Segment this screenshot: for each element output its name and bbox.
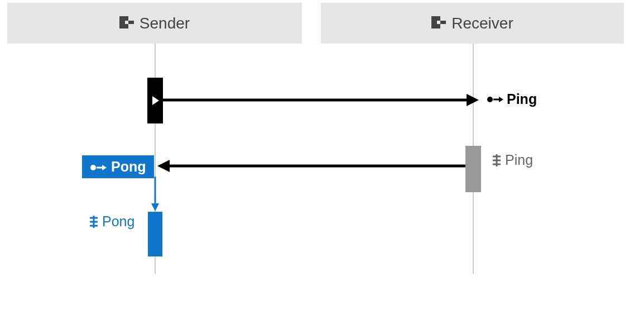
svg-marker-20 — [102, 165, 107, 170]
participant-label: Receiver — [451, 15, 513, 32]
self-arrow-pong — [150, 177, 161, 212]
activation-receiver-ping — [465, 146, 481, 192]
activation-sender-start — [147, 78, 163, 123]
svg-marker-17 — [157, 160, 170, 172]
stack-icon — [89, 216, 99, 228]
svg-rect-5 — [440, 21, 446, 24]
participant-icon — [119, 16, 134, 31]
participant-icon — [431, 16, 446, 31]
bullet-arrow-icon — [90, 159, 107, 175]
svg-marker-8 — [467, 94, 479, 106]
participant-label: Sender — [140, 15, 190, 32]
svg-marker-22 — [151, 203, 159, 211]
activation-sender-pong — [148, 212, 162, 256]
svg-point-9 — [487, 97, 493, 102]
svg-marker-6 — [152, 96, 159, 105]
svg-marker-11 — [499, 97, 503, 102]
handler-label-ping: Ping — [492, 152, 533, 168]
handler-text: Ping — [505, 152, 533, 168]
handler-text: Pong — [102, 213, 134, 230]
svg-point-18 — [90, 165, 96, 170]
handler-label-pong: Pong — [89, 213, 134, 230]
message-label-ping: Ping — [487, 91, 537, 107]
participant-receiver: Receiver — [321, 3, 624, 44]
message-arrow-ping — [163, 94, 479, 106]
message-text: Pong — [111, 159, 146, 175]
stack-icon — [492, 154, 502, 166]
participant-sender: Sender — [7, 3, 302, 44]
message-arrow-pong — [156, 160, 465, 172]
bullet-arrow-icon — [487, 96, 503, 103]
message-badge-pong: Pong — [82, 155, 154, 178]
svg-rect-2 — [128, 21, 134, 24]
message-text: Ping — [507, 91, 537, 107]
